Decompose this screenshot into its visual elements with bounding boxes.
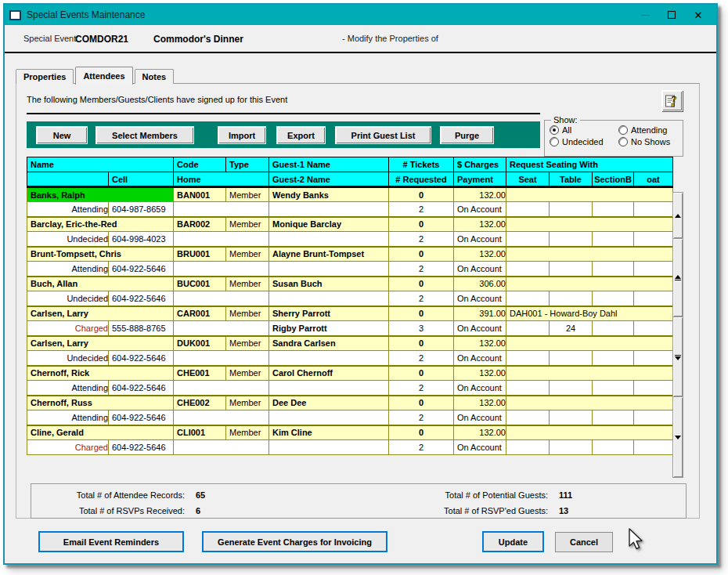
attendee-row-secondary[interactable]: Attending604-922-56462On Account <box>27 410 673 425</box>
seat-cell <box>506 291 550 306</box>
section-cell <box>593 202 634 217</box>
status-cell: Charged <box>27 440 109 455</box>
col-guest1[interactable]: Guest-1 Name <box>269 157 389 172</box>
tab-notes[interactable]: Notes <box>135 69 175 84</box>
table-cell <box>550 440 593 455</box>
name-cell: Cline, Gerald <box>27 425 174 440</box>
cell-phone-cell: 604-987-8659 <box>109 202 174 217</box>
app-window: Special Events Maintenance ✕ Special Eve… <box>3 3 718 565</box>
attendee-row-secondary[interactable]: Attending604-987-86592On Account <box>27 202 673 217</box>
summary-total-of-rsvp-ed-guests: Total # of RSVP'ed Guests:13 <box>376 504 686 518</box>
requested-cell: 2 <box>389 232 454 247</box>
attendee-row-primary[interactable]: Barclay, Eric-the-RedBAR002MemberMonique… <box>27 217 673 232</box>
attendee-row-secondary[interactable]: Charged555-888-8765Rigby Parrott3On Acco… <box>27 321 673 336</box>
col-guest2[interactable]: Guest-2 Name <box>269 172 389 187</box>
name-cell: Brunt-Tompsett, Chris <box>27 247 174 262</box>
section-cell <box>593 291 634 306</box>
scroll-up-button[interactable] <box>672 192 683 239</box>
scroll-page-up-button[interactable] <box>672 239 683 317</box>
col-charges[interactable]: $ Charges <box>454 157 506 172</box>
col-cell[interactable]: Cell <box>109 172 174 187</box>
help-button[interactable]: ? <box>661 90 683 111</box>
seating-cell <box>506 366 673 381</box>
show-filter-options: AllAttendingUndecidedNo Shows <box>550 125 679 146</box>
code-cell: BAN001 <box>174 187 226 202</box>
attendee-row-primary[interactable]: Buch, AllanBUC001MemberSusan Buch0306.00 <box>27 277 673 291</box>
home-cell <box>174 410 269 425</box>
radio-attending[interactable]: Attending <box>618 125 679 135</box>
attendee-row-primary[interactable]: Banks, RalphBAN001MemberWendy Banks0132.… <box>27 187 673 202</box>
import-button[interactable]: Import <box>218 126 266 144</box>
export-button[interactable]: Export <box>276 126 326 144</box>
purge-button[interactable]: Purge <box>440 126 494 144</box>
close-icon[interactable]: ✕ <box>685 5 712 24</box>
grid-scrollbar[interactable] <box>672 192 683 478</box>
tab-attendees[interactable]: Attendees <box>75 67 132 85</box>
attendee-row-primary[interactable]: Carlsen, LarryDUK001MemberSandra Carlsen… <box>27 336 673 351</box>
radio-no-shows[interactable]: No Shows <box>618 137 679 146</box>
attendee-row-primary[interactable]: Carlsen, LarryCAR001MemberSherry Parrott… <box>27 306 673 321</box>
minimize-icon[interactable] <box>632 5 658 24</box>
charges-cell: 132.00 <box>454 366 506 381</box>
table-cell <box>550 351 593 366</box>
col-seating[interactable]: Request Seating With <box>506 157 673 172</box>
radio-all[interactable]: All <box>550 125 618 135</box>
type-cell: Member <box>226 247 269 262</box>
seat-cell <box>506 440 550 455</box>
scroll-page-down-button[interactable] <box>672 317 683 397</box>
attendee-row-secondary[interactable]: Charged604-922-56462On Account <box>27 440 673 455</box>
radio-undecided[interactable]: Undecided <box>550 137 618 146</box>
window-controls: ✕ <box>632 5 712 24</box>
attendees-panel: The following Members/Guests/Clients hav… <box>16 83 700 519</box>
tickets-cell: 0 <box>389 187 454 202</box>
attendee-row-primary[interactable]: Chernoff, RickCHE001MemberCarol Chernoff… <box>27 366 673 381</box>
col-name[interactable]: Name <box>27 157 174 172</box>
attendee-row-primary[interactable]: Chernoff, RussCHE002MemberDee Dee0132.00 <box>27 396 673 410</box>
table-cell <box>550 202 593 217</box>
attendee-row-secondary[interactable]: Attending604-922-56462On Account <box>27 262 673 277</box>
radio-label: No Shows <box>631 137 670 146</box>
attendee-row-secondary[interactable]: Undecided604-922-56462On Account <box>27 351 673 366</box>
col-code[interactable]: Code <box>174 157 226 172</box>
email-event-reminders-button[interactable]: Email Event Reminders <box>38 531 184 552</box>
col-table[interactable]: Table <box>550 172 593 187</box>
radio-label: Attending <box>631 125 667 135</box>
code-cell: BAR002 <box>174 217 226 232</box>
col-seat[interactable]: Seat <box>506 172 550 187</box>
scroll-down-button[interactable] <box>672 397 683 478</box>
new-button[interactable]: New <box>36 126 88 144</box>
title-bar[interactable]: Special Events Maintenance ✕ <box>5 5 716 25</box>
col-tickets[interactable]: # Tickets <box>389 157 454 172</box>
radio-label: Undecided <box>562 137 604 146</box>
col-boat[interactable]: oat <box>634 172 673 187</box>
print-guest-list-button[interactable]: Print Guest List <box>335 126 431 144</box>
payment-cell: On Account <box>454 381 506 396</box>
attendee-row-primary[interactable]: Brunt-Tompsett, ChrisBRU001MemberAlayne … <box>27 247 673 262</box>
update-button[interactable]: Update <box>482 531 544 552</box>
section-cell <box>593 381 634 396</box>
event-header: Special Event: COMDOR21 Commodor's Dinne… <box>5 25 716 52</box>
generate-event-charges-button[interactable]: Generate Event Charges for Invoicing <box>202 531 387 552</box>
attendee-row-secondary[interactable]: Undecided604-998-40232On Account <box>27 232 673 247</box>
guest2-cell <box>269 291 389 306</box>
payment-cell: On Account <box>454 232 506 247</box>
type-cell: Member <box>226 336 269 351</box>
col-type[interactable]: Type <box>226 157 269 172</box>
requested-cell: 2 <box>389 410 454 425</box>
tab-properties[interactable]: Properties <box>16 69 74 84</box>
grid-header: Name Code Type Guest-1 Name # Tickets $ … <box>27 157 673 187</box>
maximize-icon[interactable] <box>658 5 685 24</box>
cancel-button[interactable]: Cancel <box>555 532 613 552</box>
col-section[interactable]: SectionB <box>593 172 634 187</box>
attendee-row-secondary[interactable]: Undecided604-922-56462On Account <box>27 291 673 306</box>
col-payment[interactable]: Payment <box>454 172 506 187</box>
special-event-label: Special Event: <box>23 34 78 43</box>
col-home[interactable]: Home <box>174 172 269 187</box>
select-members-button[interactable]: Select Members <box>96 126 194 144</box>
col-requested[interactable]: # Requested <box>389 172 454 187</box>
attendee-row-secondary[interactable]: Attending604-922-56462On Account <box>27 381 673 396</box>
seating-cell <box>506 396 673 410</box>
table-cell <box>550 410 593 425</box>
attendee-row-primary[interactable]: Cline, GeraldCLI001MemberKim Cline0132.0… <box>27 425 673 440</box>
guest1-cell: Carol Chernoff <box>269 366 389 381</box>
